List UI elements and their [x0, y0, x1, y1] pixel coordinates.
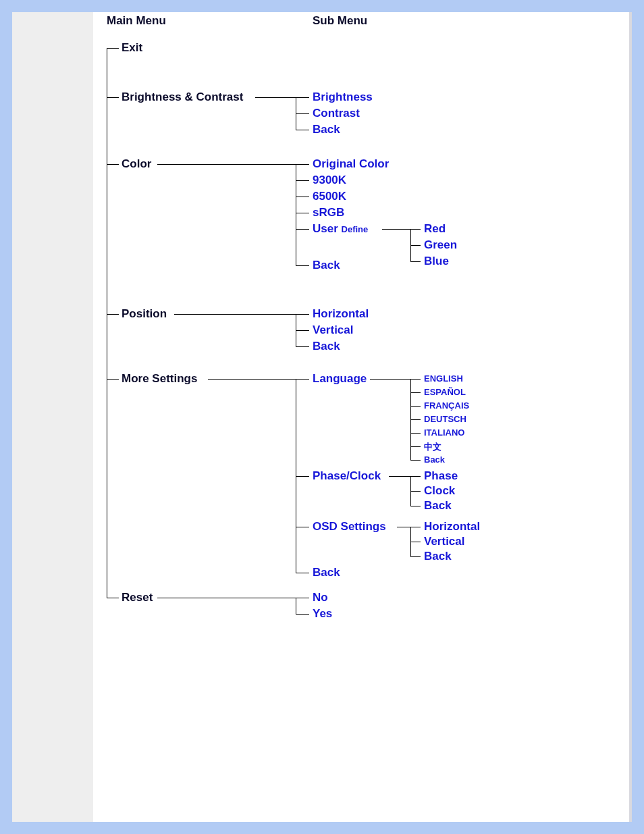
osd-horizontal: Horizontal	[424, 520, 480, 533]
sub-contrast: Contrast	[313, 107, 360, 120]
header-main-menu: Main Menu	[107, 14, 166, 28]
menu-more-settings: More Settings	[122, 372, 197, 386]
lang-francais: FRANÇAIS	[424, 400, 469, 411]
menu-color: Color	[122, 157, 151, 171]
sub-vertical-pos: Vertical	[313, 323, 354, 337]
sub-back-bc: Back	[313, 123, 340, 136]
sub-blue: Blue	[424, 255, 449, 268]
sub-horizontal-pos: Horizontal	[313, 307, 369, 321]
sub-user-label: User	[313, 222, 338, 235]
header-sub-menu: Sub Menu	[313, 14, 367, 28]
sub-user-define: User Define	[313, 222, 368, 236]
sub-green: Green	[424, 238, 457, 252]
sub-osd-settings: OSD Settings	[313, 520, 386, 533]
sub-back-color: Back	[313, 259, 340, 272]
sub-red: Red	[424, 222, 446, 236]
lang-espanol: ESPAÑOL	[424, 387, 466, 397]
menu-exit: Exit	[122, 41, 142, 55]
menu-position: Position	[122, 307, 167, 321]
pc-phase: Phase	[424, 469, 458, 483]
sub-back-pos: Back	[313, 340, 340, 353]
menu-brightness-contrast: Brightness & Contrast	[122, 90, 243, 104]
sub-language: Language	[313, 372, 367, 386]
lang-deutsch: DEUTSCH	[424, 414, 466, 424]
page-sheet: Main Menu Sub Menu Exit Brightness & Con…	[12, 12, 632, 822]
sub-brightness: Brightness	[313, 90, 373, 104]
sub-6500k: 6500K	[313, 190, 346, 203]
sub-srgb: sRGB	[313, 206, 344, 219]
lang-chinese: 中文	[424, 441, 441, 453]
sub-back-more: Back	[313, 566, 340, 579]
reset-no: No	[313, 591, 328, 604]
menu-reset: Reset	[122, 591, 153, 604]
pc-back: Back	[424, 499, 452, 513]
lang-english: ENGLISH	[424, 373, 463, 384]
sub-9300k: 9300K	[313, 174, 346, 187]
lang-back: Back	[424, 454, 445, 465]
lang-italiano: ITALIANO	[424, 427, 464, 438]
sub-define-label: Define	[342, 224, 369, 234]
sub-phase-clock: Phase/Clock	[313, 469, 381, 483]
osd-vertical: Vertical	[424, 535, 465, 548]
reset-yes: Yes	[313, 607, 332, 621]
osd-back: Back	[424, 550, 452, 563]
sub-original-color: Original Color	[313, 157, 389, 171]
pc-clock: Clock	[424, 484, 455, 498]
